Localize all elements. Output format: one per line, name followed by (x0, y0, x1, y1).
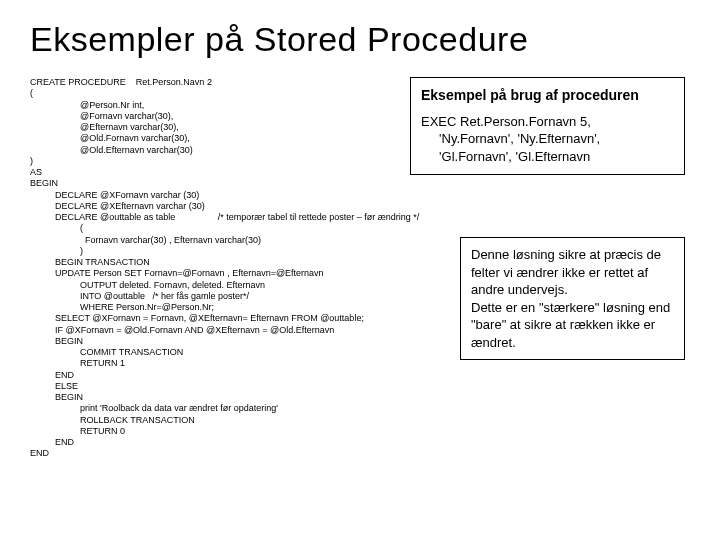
usage-example-header: Eksempel på brug af proceduren (421, 86, 674, 105)
usage-example-box: Eksempel på brug af proceduren EXEC Ret.… (410, 77, 685, 175)
slide: Eksempler på Stored Procedure CREATE PRO… (0, 0, 720, 540)
content-area: CREATE PROCEDURE Ret.Person.Navn 2 ( @Pe… (30, 77, 690, 460)
explanation-text: Denne løsning sikre at præcis de felter … (471, 246, 674, 351)
slide-title: Eksempler på Stored Procedure (30, 20, 690, 59)
explanation-box: Denne løsning sikre at præcis de felter … (460, 237, 685, 360)
usage-example-body: EXEC Ret.Person.Fornavn 5, 'Ny.Fornavn',… (421, 113, 674, 166)
